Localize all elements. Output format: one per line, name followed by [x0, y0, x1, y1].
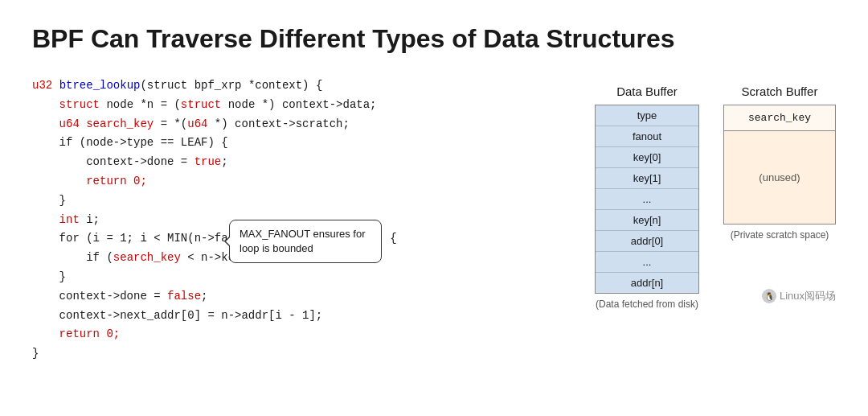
data-buffer-container: Data Buffer type fanout key[0] key[1] ..… — [595, 84, 699, 310]
data-cell-dots1: ... — [596, 189, 698, 210]
diagrams-section: Data Buffer type fanout key[0] key[1] ..… — [595, 76, 836, 310]
data-cell-key0: key[0] — [596, 147, 698, 168]
code-line-6: return 0; — [32, 172, 563, 192]
data-cell-addrn: addr[n] — [596, 273, 698, 293]
page-title: BPF Can Traverse Different Types of Data… — [32, 24, 836, 54]
code-line-7: } — [32, 192, 563, 211]
scratch-buffer: search_key (unused) — [723, 105, 836, 224]
code-line-2: struct node *n = (struct node *) context… — [32, 96, 563, 115]
code-line-11: } — [32, 268, 563, 287]
tooltip-box: MAX_FANOUT ensures for loop is bounded — [229, 220, 382, 263]
data-buffer-title: Data Buffer — [616, 84, 678, 98]
scratch-buffer-title: Scratch Buffer — [742, 84, 818, 98]
code-section: u32 btree_lookup(struct bpf_xrp *context… — [32, 76, 563, 364]
code-line-5: context->done = true; — [32, 153, 563, 172]
code-line-13: context->next_addr[0] = n->addr[i - 1]; — [32, 307, 563, 326]
code-line-1: u32 btree_lookup(struct bpf_xrp *context… — [32, 76, 563, 96]
watermark-text: Linux阅码场 — [780, 289, 836, 303]
scratch-middle-cell: (unused) — [723, 131, 836, 224]
data-cell-fanout: fanout — [596, 126, 698, 147]
data-cell-type: type — [596, 105, 698, 126]
code-line-3: u64 search_key = *(u64 *) context->scrat… — [32, 115, 563, 134]
watermark: 🐧 Linux阅码场 — [762, 289, 836, 303]
data-cell-addr0: addr[0] — [596, 231, 698, 252]
data-cell-dots2: ... — [596, 252, 698, 273]
code-line-14: return 0; — [32, 325, 563, 344]
scratch-buffer-subtitle: (Private scratch space) — [731, 229, 829, 241]
data-buffer-subtitle: (Data fetched from disk) — [596, 299, 698, 310]
main-content: u32 btree_lookup(struct bpf_xrp *context… — [32, 76, 836, 364]
code-line-15: } — [32, 344, 563, 364]
data-cell-keyn: key[n] — [596, 210, 698, 231]
data-cell-key1: key[1] — [596, 168, 698, 189]
code-line-4: if (node->type == LEAF) { — [32, 134, 563, 153]
watermark-icon: 🐧 — [762, 289, 776, 303]
scratch-buffer-container: Scratch Buffer search_key (unused) (Priv… — [723, 84, 836, 241]
data-buffer: type fanout key[0] key[1] ... key[n] add… — [595, 105, 699, 294]
scratch-top-cell: search_key — [723, 105, 836, 131]
diagrams-wrapper: Data Buffer type fanout key[0] key[1] ..… — [595, 76, 836, 310]
code-line-12: context->done = false; — [32, 287, 563, 307]
